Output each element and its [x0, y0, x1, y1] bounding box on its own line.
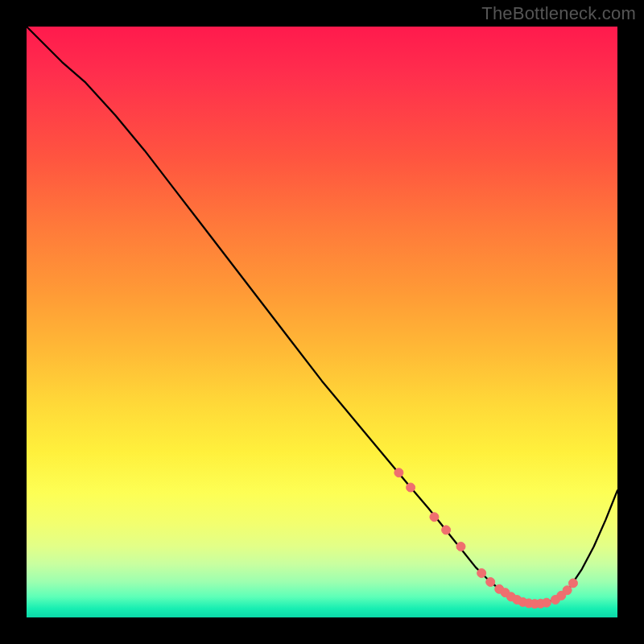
highlight-dot	[542, 598, 551, 607]
chart-svg	[27, 27, 617, 617]
highlight-dot	[407, 483, 415, 492]
bottleneck-curve	[27, 27, 617, 604]
watermark-text: TheBottleneck.com	[481, 3, 636, 24]
highlight-dots-group	[394, 469, 578, 609]
plot-area	[27, 27, 617, 617]
highlight-dot	[394, 469, 403, 477]
highlight-dot	[563, 586, 572, 595]
highlight-dot	[442, 526, 451, 535]
highlight-dot	[477, 568, 486, 577]
highlight-dot	[486, 577, 495, 586]
highlight-dot	[430, 513, 439, 522]
chart-frame: TheBottleneck.com	[0, 0, 644, 644]
highlight-dot	[456, 542, 465, 551]
highlight-dot	[568, 579, 577, 588]
